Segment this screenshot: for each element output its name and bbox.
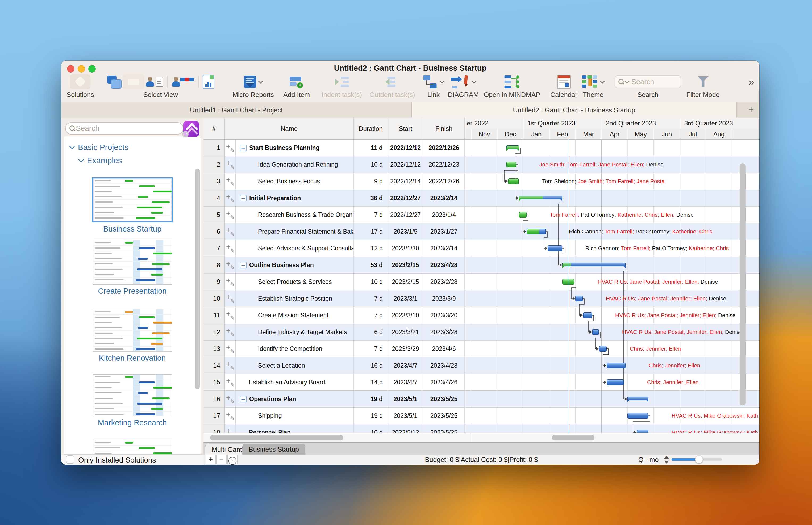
task-start[interactable]: 2022/12/27 [388, 207, 424, 223]
task-start[interactable]: 2023/4/7 [388, 357, 424, 374]
collapse-icon[interactable]: − [240, 396, 247, 403]
toolbar-button-micro-reports[interactable]: Micro Reports [233, 74, 274, 102]
add-edit-task-icon[interactable]: +✎ [226, 227, 234, 236]
add-edit-task-icon[interactable]: +✎ [226, 194, 234, 202]
toolbar-button-add-item[interactable]: +Add Item [283, 74, 310, 102]
task-bar[interactable] [628, 413, 648, 419]
task-start[interactable]: 2022/12/12 [388, 139, 424, 156]
task-finish[interactable]: 2023/2/14 [424, 190, 464, 206]
solution-item[interactable] [64, 440, 201, 454]
task-duration[interactable]: 6 d [354, 324, 388, 340]
task-row-tools[interactable]: +✎ [225, 156, 236, 173]
add-edit-task-icon[interactable]: +✎ [226, 411, 234, 420]
task-finish[interactable]: 2022/12/26 [424, 173, 464, 190]
task-start[interactable]: 2023/5/1 [388, 407, 424, 424]
task-row-tools[interactable]: +✎ [225, 223, 236, 240]
task-finish[interactable]: 2023/2/14 [424, 240, 464, 256]
task-row-tools[interactable]: +✎ [225, 407, 236, 424]
new-document-tab-button[interactable]: + [745, 104, 757, 116]
task-duration[interactable]: 9 d [354, 173, 388, 190]
column-header-finish[interactable]: Finish [424, 118, 464, 139]
add-edit-task-icon[interactable]: +✎ [226, 328, 234, 336]
task-start[interactable]: 2023/2/15 [388, 257, 424, 273]
summary-bar[interactable] [562, 262, 625, 266]
task-name-cell[interactable]: Research Business & Trade Organizations [236, 207, 354, 223]
task-row-tools[interactable]: +✎ [225, 391, 236, 407]
task-duration[interactable]: 17 d [354, 223, 388, 240]
solution-thumbnail[interactable] [92, 440, 172, 454]
add-edit-task-icon[interactable]: +✎ [226, 311, 234, 320]
add-edit-task-icon[interactable]: +✎ [226, 294, 234, 303]
task-start[interactable]: 2022/12/14 [388, 173, 424, 190]
task-finish[interactable]: 2023/4/6 [424, 341, 464, 357]
sidebar-search-field[interactable] [65, 122, 183, 135]
toolbar-button-diagram[interactable]: DIAGRAM [448, 74, 479, 102]
task-duration[interactable]: 14 d [354, 374, 388, 390]
task-bar[interactable] [508, 178, 519, 184]
task-start[interactable]: 2023/5/12 [388, 424, 424, 433]
summary-bar[interactable] [628, 396, 648, 400]
conceptdraw-store-icon[interactable] [183, 121, 199, 137]
zoom-stepper[interactable] [663, 455, 669, 464]
task-row-tools[interactable]: +✎ [225, 207, 236, 223]
task-duration[interactable]: 12 d [354, 240, 388, 256]
solution-thumbnail[interactable] [92, 177, 173, 223]
task-name-cell[interactable]: −Operations Plan [236, 391, 354, 407]
column-header-start[interactable]: Start [388, 118, 424, 139]
toolbar-button-overflow[interactable]: » [749, 74, 754, 102]
task-duration[interactable]: 19 d [354, 391, 388, 407]
task-duration[interactable]: 11 d [354, 139, 388, 156]
collapse-icon[interactable]: − [240, 262, 247, 269]
task-start[interactable]: 2022/12/27 [388, 190, 424, 206]
task-finish[interactable]: 2022/12/26 [424, 139, 464, 156]
task-start[interactable]: 2023/3/21 [388, 324, 424, 340]
task-finish[interactable]: 2023/4/28 [424, 257, 464, 273]
task-name-cell[interactable]: Select a Location [236, 357, 354, 374]
task-row-tools[interactable]: +✎ [225, 240, 236, 256]
task-bar[interactable] [506, 162, 516, 167]
solution-item[interactable]: Create Presentation [64, 240, 201, 296]
solution-thumbnail[interactable] [92, 374, 172, 416]
task-bar[interactable] [519, 212, 527, 218]
task-start[interactable]: 2023/1/30 [388, 240, 424, 256]
toolbar-button-search[interactable]: SearchSearch [615, 74, 681, 102]
add-edit-task-icon[interactable]: +✎ [226, 143, 234, 152]
document-tab-untitled2[interactable]: Untitled2 : Gantt Chart - Business Start… [412, 102, 737, 118]
task-start[interactable]: 2023/3/10 [388, 307, 424, 324]
solution-item[interactable]: Business Startup [64, 177, 201, 234]
report-view-icon[interactable] [203, 75, 214, 89]
add-edit-task-icon[interactable]: +✎ [226, 210, 234, 219]
task-bar[interactable] [575, 296, 583, 301]
task-duration[interactable]: 16 d [354, 357, 388, 374]
task-start[interactable]: 2023/3/29 [388, 341, 424, 357]
task-name-cell[interactable]: Idea Generation and Refining [236, 156, 354, 173]
only-installed-checkbox[interactable] [66, 455, 74, 464]
task-bar[interactable] [607, 379, 624, 385]
task-duration[interactable]: 7 d [354, 307, 388, 324]
collapse-icon[interactable]: − [240, 145, 247, 151]
task-bar[interactable] [592, 329, 599, 335]
task-finish[interactable]: 2023/4/26 [424, 374, 464, 390]
task-duration[interactable]: 36 d [354, 190, 388, 206]
task-finish[interactable]: 2023/3/9 [424, 290, 464, 307]
resource-usage-icon[interactable] [172, 76, 180, 88]
solution-item[interactable]: Marketing Research [64, 374, 201, 427]
task-bar[interactable] [583, 312, 592, 318]
zoom-slider-knob[interactable] [695, 455, 703, 463]
task-name-cell[interactable]: Establish Strategic Position [236, 290, 354, 307]
task-finish[interactable]: 2022/12/23 [424, 156, 464, 173]
horizontal-scrollbar[interactable] [204, 433, 759, 442]
task-start[interactable]: 2023/3/1 [388, 290, 424, 307]
task-name-cell[interactable]: −Outline Business Plan [236, 257, 354, 273]
task-finish[interactable]: 2023/3/28 [424, 324, 464, 340]
task-name-cell[interactable]: −Start Business Planning [236, 139, 354, 156]
task-row-tools[interactable]: +✎ [225, 273, 236, 290]
solution-thumbnail[interactable] [92, 240, 172, 285]
task-finish[interactable]: 2023/5/25 [424, 424, 464, 433]
task-duration[interactable]: 10 d [354, 273, 388, 290]
task-row-tools[interactable]: +✎ [225, 357, 236, 374]
task-name-cell[interactable]: Personnel Plan [236, 424, 354, 433]
task-duration[interactable]: 19 d [354, 407, 388, 424]
task-finish[interactable]: 2023/4/28 [424, 357, 464, 374]
task-start[interactable]: 2023/4/7 [388, 374, 424, 390]
